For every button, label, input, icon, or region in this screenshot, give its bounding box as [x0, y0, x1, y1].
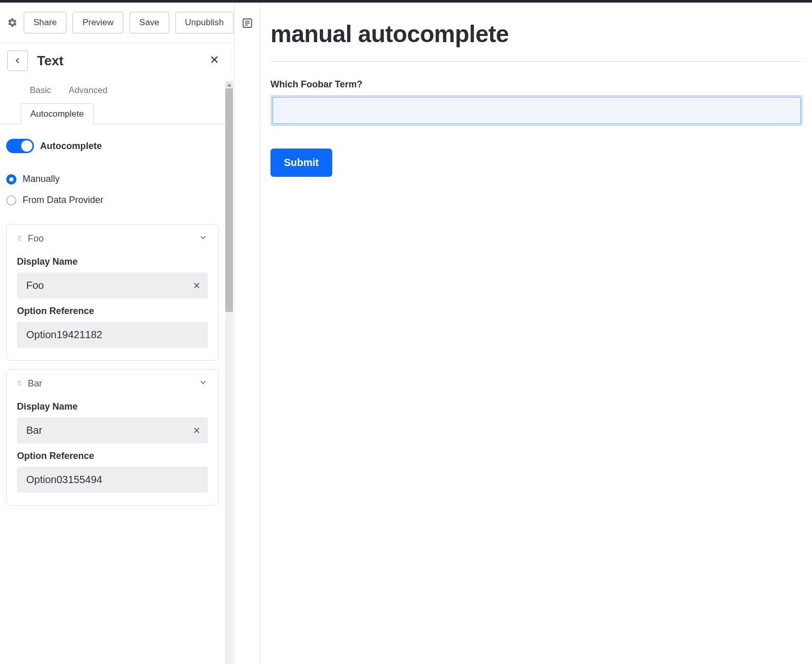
option-reference-label: Option Reference [17, 444, 208, 467]
option-reference-input[interactable] [17, 467, 208, 493]
panel-title: Text [37, 53, 194, 69]
tabs-primary: Basic Advanced [0, 81, 225, 103]
drag-handle-icon[interactable]: ⠿ [17, 235, 23, 243]
panel-header: Text [0, 43, 234, 81]
source-radio-group: Manually From Data Provider [6, 157, 219, 216]
form-preview: manual autocomplete Which Foobar Term? S… [260, 3, 812, 664]
option-reference-input[interactable] [17, 322, 208, 348]
tab-basic[interactable]: Basic [30, 85, 51, 96]
option-reference-input-wrap [17, 322, 208, 348]
chevron-down-icon[interactable] [199, 233, 208, 244]
display-name-input[interactable] [17, 417, 208, 444]
radio-data-provider[interactable]: From Data Provider [6, 190, 219, 211]
scrollbar-thumb[interactable] [225, 88, 233, 312]
display-name-label: Display Name [17, 249, 208, 272]
option-card: ⠿ Bar Display Name ✕ Option Reference [6, 369, 219, 506]
app-root: Share Preview Save Unpublish Text Basic [0, 3, 812, 664]
option-card: ⠿ Foo Display Name ✕ Option Reference [6, 224, 219, 361]
display-name-input-wrap: ✕ [17, 272, 208, 299]
radio-manually[interactable]: Manually [6, 169, 219, 190]
form-title: manual autocomplete [270, 20, 803, 48]
display-name-input-wrap: ✕ [17, 417, 208, 444]
clear-icon[interactable]: ✕ [193, 425, 201, 436]
question-label: Which Foobar Term? [270, 79, 803, 90]
autocomplete-toggle-label: Autocomplete [40, 141, 102, 152]
chevron-down-icon[interactable] [199, 378, 208, 389]
action-toolbar: Share Preview Save Unpublish [0, 3, 234, 43]
option-card-header: ⠿ Foo [17, 233, 208, 249]
option-card-title: Foo [28, 233, 193, 244]
display-name-input[interactable] [17, 272, 208, 299]
tabs-secondary: Autocomplete [0, 103, 225, 124]
drag-handle-icon[interactable]: ⠿ [17, 380, 23, 388]
form-outline-icon[interactable] [239, 15, 256, 31]
panel-scroll-content: Basic Advanced Autocomplete Autocomplete [0, 81, 234, 664]
panel-scroll-area: Basic Advanced Autocomplete Autocomplete [0, 81, 234, 664]
tab-autocomplete[interactable]: Autocomplete [21, 103, 94, 124]
autocomplete-toggle-row: Autocomplete [6, 132, 219, 157]
gear-icon[interactable] [7, 17, 17, 28]
option-card-header: ⠿ Bar [17, 378, 208, 394]
display-name-label: Display Name [17, 394, 208, 417]
radio-data-provider-label: From Data Provider [23, 195, 103, 206]
unpublish-button[interactable]: Unpublish [175, 12, 234, 33]
autocomplete-toggle[interactable] [6, 139, 34, 153]
close-icon[interactable] [203, 51, 226, 70]
config-panel: Share Preview Save Unpublish Text Basic [0, 3, 234, 664]
scrollbar-track[interactable] [225, 88, 233, 664]
save-button[interactable]: Save [130, 12, 169, 33]
option-reference-label: Option Reference [17, 299, 208, 322]
scroll-up-arrow[interactable] [225, 81, 233, 88]
preview-button[interactable]: Preview [73, 12, 123, 33]
option-card-title: Bar [28, 378, 193, 389]
option-reference-input-wrap [17, 467, 208, 493]
submit-button[interactable]: Submit [270, 149, 332, 177]
clear-icon[interactable]: ✕ [193, 280, 201, 291]
autocomplete-field-focus-ring [270, 95, 803, 126]
radio-manually-label: Manually [23, 174, 60, 185]
tab-advanced[interactable]: Advanced [69, 85, 108, 96]
radio-manually-input[interactable] [6, 174, 16, 185]
autocomplete-input[interactable] [273, 97, 801, 124]
radio-data-provider-input[interactable] [6, 195, 16, 206]
share-button[interactable]: Share [24, 12, 66, 33]
divider [270, 61, 803, 62]
autocomplete-settings: Autocomplete Manually From Data Provider [0, 124, 225, 521]
back-button[interactable] [7, 50, 28, 71]
side-rail [234, 3, 260, 664]
